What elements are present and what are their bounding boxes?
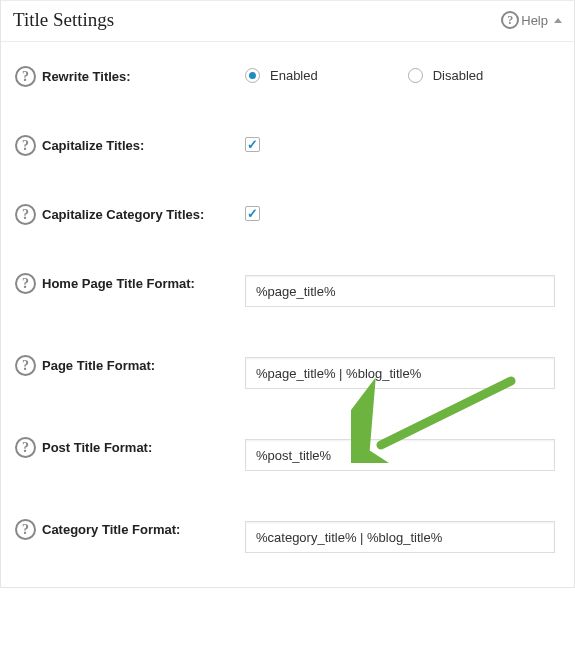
caret-up-icon bbox=[554, 18, 562, 23]
label-cell: ? Capitalize Category Titles: bbox=[15, 204, 245, 225]
capitalize-titles-checkbox[interactable] bbox=[245, 137, 260, 152]
radio-icon bbox=[408, 68, 423, 83]
label-cell: ? Capitalize Titles: bbox=[15, 135, 245, 156]
help-toggle-label: Help bbox=[521, 13, 548, 28]
capitalize-category-titles-checkbox[interactable] bbox=[245, 206, 260, 221]
field-label: Home Page Title Format: bbox=[42, 273, 195, 293]
help-icon[interactable]: ? bbox=[15, 135, 36, 156]
field-cell bbox=[245, 204, 560, 221]
help-icon[interactable]: ? bbox=[15, 355, 36, 376]
field-label: Post Title Format: bbox=[42, 437, 152, 457]
field-cell bbox=[245, 519, 560, 553]
help-icon[interactable]: ? bbox=[15, 519, 36, 540]
field-cell bbox=[245, 273, 560, 307]
field-label: Page Title Format: bbox=[42, 355, 155, 375]
radio-disabled[interactable]: Disabled bbox=[408, 68, 484, 83]
label-cell: ? Rewrite Titles: bbox=[15, 66, 245, 87]
help-icon[interactable]: ? bbox=[15, 204, 36, 225]
help-toggle[interactable]: ? Help bbox=[501, 11, 562, 29]
home-page-title-format-input[interactable] bbox=[245, 275, 555, 307]
field-cell bbox=[245, 437, 560, 471]
radio-icon bbox=[245, 68, 260, 83]
label-cell: ? Post Title Format: bbox=[15, 437, 245, 458]
row-page-title-format: ? Page Title Format: bbox=[1, 331, 574, 413]
field-cell: Enabled Disabled bbox=[245, 66, 560, 83]
field-cell bbox=[245, 135, 560, 152]
category-title-format-input[interactable] bbox=[245, 521, 555, 553]
label-cell: ? Page Title Format: bbox=[15, 355, 245, 376]
row-capitalize-category-titles: ? Capitalize Category Titles: bbox=[1, 180, 574, 249]
help-icon[interactable]: ? bbox=[15, 437, 36, 458]
panel-title: Title Settings bbox=[13, 9, 114, 31]
row-capitalize-titles: ? Capitalize Titles: bbox=[1, 111, 574, 180]
title-settings-panel: Title Settings ? Help ? Rewrite Titles: … bbox=[0, 0, 575, 588]
field-cell bbox=[245, 355, 560, 389]
row-home-page-title-format: ? Home Page Title Format: bbox=[1, 249, 574, 331]
field-label: Capitalize Category Titles: bbox=[42, 204, 204, 224]
page-title-format-input[interactable] bbox=[245, 357, 555, 389]
help-icon: ? bbox=[501, 11, 519, 29]
settings-rows: ? Rewrite Titles: Enabled Disabled bbox=[1, 42, 574, 587]
field-label: Category Title Format: bbox=[42, 519, 180, 539]
label-cell: ? Category Title Format: bbox=[15, 519, 245, 540]
post-title-format-input[interactable] bbox=[245, 439, 555, 471]
row-category-title-format: ? Category Title Format: bbox=[1, 495, 574, 577]
label-cell: ? Home Page Title Format: bbox=[15, 273, 245, 294]
radio-label: Enabled bbox=[270, 68, 318, 83]
rewrite-titles-radio-group: Enabled Disabled bbox=[245, 68, 483, 83]
row-rewrite-titles: ? Rewrite Titles: Enabled Disabled bbox=[1, 42, 574, 111]
field-label: Rewrite Titles: bbox=[42, 66, 131, 86]
help-icon[interactable]: ? bbox=[15, 273, 36, 294]
radio-label: Disabled bbox=[433, 68, 484, 83]
row-post-title-format: ? Post Title Format: bbox=[1, 413, 574, 495]
field-label: Capitalize Titles: bbox=[42, 135, 144, 155]
help-icon[interactable]: ? bbox=[15, 66, 36, 87]
panel-header: Title Settings ? Help bbox=[1, 0, 574, 42]
radio-enabled[interactable]: Enabled bbox=[245, 68, 318, 83]
